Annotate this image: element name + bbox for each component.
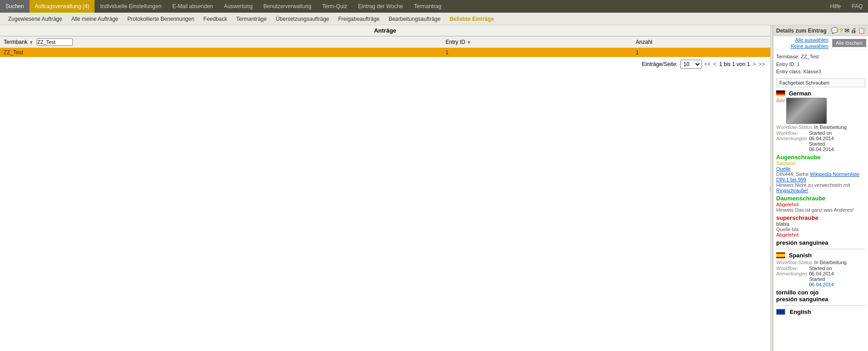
lang-label-english: English bbox=[790, 308, 811, 315]
subnav-beliebte-eintraege[interactable]: Beliebte Einträge bbox=[445, 13, 498, 25]
term-tornillo: tornillo con ojo bbox=[776, 289, 865, 296]
term-presion-spanish: presión sanguinea bbox=[776, 296, 865, 303]
chat-icon[interactable]: 💬 bbox=[831, 27, 838, 34]
subnav-feedback[interactable]: Feedback bbox=[199, 13, 232, 25]
entry-class-info: Entry class: Klasse3 bbox=[776, 68, 865, 76]
term-hinweis-daumenschraube: Hinweis Das ist ganz was Anderes! bbox=[776, 207, 865, 213]
divider-es-en bbox=[776, 305, 865, 306]
pagination-next[interactable]: > bbox=[753, 61, 756, 67]
email-icon[interactable]: ✉ bbox=[844, 27, 849, 34]
subnav-bearbeitungsauftraege[interactable]: Bearbeitungsaufträge bbox=[384, 13, 445, 25]
nav-hilfe[interactable]: Hilfe bbox=[825, 3, 846, 9]
term-din-link: DIN 1 bis 999 bbox=[776, 177, 865, 182]
pagination-prev[interactable]: < bbox=[713, 61, 716, 67]
sort-termbank-icon[interactable]: ▼ bbox=[29, 40, 33, 45]
bild-label: Bild bbox=[776, 98, 784, 103]
screw-image bbox=[786, 98, 827, 124]
nav-benutzerverwaltung[interactable]: Benutzerverwaltung bbox=[258, 0, 317, 13]
term-augenschraube: Augenschraube Satzwort Quelle DIN444, Si… bbox=[776, 154, 865, 193]
cell-termbank: ZZ_Test bbox=[0, 48, 442, 57]
term-quelle-link[interactable]: Quelle bbox=[776, 166, 865, 171]
delete-all-button[interactable]: Alle löschen bbox=[832, 39, 866, 47]
nav-termantrag[interactable]: Termantrag bbox=[408, 0, 447, 13]
din-link[interactable]: DIN 1 bis 999 bbox=[776, 177, 806, 182]
workflow-anmerk-row-es: Workflow-Anmerkungen Started on 06.04.20… bbox=[776, 266, 865, 287]
workflow-status-row-de: Workflow-Status In Bearbeitung bbox=[776, 124, 865, 130]
top-navigation: Suchen Auftragsverwaltung (4) Individuel… bbox=[0, 0, 868, 13]
sort-entryid-icon[interactable]: ▼ bbox=[467, 40, 471, 45]
right-panel-body: Termbase: ZZ_Test Entry ID: 1 Entry clas… bbox=[773, 50, 868, 320]
subnav-uebersetzungsauftraege[interactable]: Übersetzungsaufträge bbox=[271, 13, 334, 25]
col-anzahl-label: Anzahl bbox=[636, 39, 653, 45]
col-entry-id[interactable]: Entry ID ▼ bbox=[442, 37, 632, 48]
pagination-row: Einträge/Seite: 10 25 50 100 << < 1 bis … bbox=[0, 57, 770, 71]
col-termbank-label: Termbank bbox=[4, 39, 28, 45]
wikipedia-link[interactable]: Wikipedia Normenliste bbox=[810, 171, 859, 177]
nav-suchen[interactable]: Suchen bbox=[0, 0, 29, 13]
field-box: Fachgebiet Schrauben bbox=[776, 78, 865, 87]
subnav-zugewiesene-auftraege[interactable]: Zugewiesene Aufträge bbox=[4, 13, 66, 25]
term-ringschraube-link: Ringschraube! bbox=[776, 188, 865, 193]
nav-faq[interactable]: FAQ bbox=[846, 3, 868, 9]
right-panel-header: Details zum Eintrag 💬 ? ✉ 🖨 📋 bbox=[773, 25, 868, 36]
lang-header-spanish: Spanish bbox=[776, 252, 865, 259]
nav-auswertung[interactable]: Auswertung bbox=[218, 0, 258, 13]
ringschraube-link[interactable]: Ringschraube! bbox=[776, 188, 808, 193]
pagination-first[interactable]: << bbox=[704, 61, 711, 67]
table-row[interactable]: ZZ_Test 1 1 bbox=[0, 48, 770, 57]
term-blabla: blabla bbox=[776, 221, 865, 227]
flag-english bbox=[776, 309, 785, 315]
right-panel-icon-group: 💬 ? ✉ 🖨 📋 bbox=[831, 27, 865, 34]
nav-individuelle-einstellungen[interactable]: Individuelle Einstellungen bbox=[95, 0, 166, 13]
term-status-daumenschraube: Abgelehnt bbox=[776, 202, 865, 207]
pagination-last[interactable]: >> bbox=[759, 61, 765, 67]
term-quelle-superschraube: Quelle bla bbox=[776, 227, 865, 232]
col-anzahl: Anzahl bbox=[632, 37, 770, 48]
nav-auftragsverwaltung[interactable]: Auftragsverwaltung (4) bbox=[29, 0, 95, 13]
print-icon[interactable]: 🖨 bbox=[851, 27, 857, 34]
term-name-superschraube: superschraube bbox=[776, 214, 865, 221]
lang-label-spanish: Spanish bbox=[789, 252, 812, 259]
filter-termbank-input[interactable] bbox=[37, 38, 73, 46]
bild-row: Bild bbox=[776, 98, 865, 124]
flag-german bbox=[776, 90, 785, 96]
pagination-label: Einträge/Seite: bbox=[642, 61, 678, 67]
entry-id-info: Entry ID: 1 bbox=[776, 61, 865, 68]
lang-section-english: English bbox=[776, 308, 865, 315]
nav-email-absenden[interactable]: E-Mail absenden bbox=[167, 0, 218, 13]
content-area: Anträge Termbank ▼ Entry ID ▼ Anzahl bbox=[0, 25, 770, 351]
select-none-link[interactable]: Keine auswählen bbox=[791, 43, 829, 49]
divider-de-es bbox=[776, 249, 865, 249]
right-panel-title: Details zum Eintrag bbox=[776, 28, 826, 34]
entry-info: Termbase: ZZ_Test Entry ID: 1 Entry clas… bbox=[776, 53, 865, 76]
nav-term-quiz[interactable]: Term-Quiz bbox=[317, 0, 352, 13]
lang-section-german: German Bild Workflow-Status In Bearbeitu… bbox=[776, 90, 865, 246]
term-name-augenschraube: Augenschraube bbox=[776, 154, 865, 161]
term-daumenschraube: Daumenschraube Abgelehnt Hinweis Das ist… bbox=[776, 195, 865, 213]
help-icon[interactable]: ? bbox=[840, 27, 843, 34]
subnav-protokollierte-benennungen[interactable]: Protokollierte Benennungen bbox=[123, 13, 199, 25]
pagination-range: 1 bis 1 von 1 bbox=[719, 61, 750, 67]
lang-header-english: English bbox=[776, 308, 865, 315]
term-presion-german: presión sanguinea bbox=[776, 239, 865, 246]
cell-anzahl: 1 bbox=[632, 48, 770, 57]
subnav-freigabeauftraege[interactable]: Freigabeaufträge bbox=[334, 13, 384, 25]
subnav-termantraege[interactable]: Termanträge bbox=[232, 13, 271, 25]
term-synonym-augenschraube: Satzwort bbox=[776, 161, 865, 166]
subnav-alle-meine-auftraege[interactable]: Alle meine Aufträge bbox=[66, 13, 123, 25]
flag-spanish bbox=[776, 252, 785, 258]
right-panel: Details zum Eintrag 💬 ? ✉ 🖨 📋 Alle auswä… bbox=[773, 25, 868, 351]
select-all-link[interactable]: Alle auswählen bbox=[795, 37, 829, 43]
col-termbank[interactable]: Termbank ▼ bbox=[0, 37, 442, 48]
nav-eintrag-der-woche[interactable]: Eintrag der Woche bbox=[353, 0, 408, 13]
workflow-status-row-es: Workflow-Status In Bearbeitung bbox=[776, 260, 865, 265]
copy-icon[interactable]: 📋 bbox=[858, 27, 865, 34]
section-heading: Anträge bbox=[0, 25, 770, 36]
termbase-info: Termbase: ZZ_Test bbox=[776, 53, 865, 61]
per-page-select[interactable]: 10 25 50 100 bbox=[680, 60, 702, 69]
term-status-superschraube: Abgelehnt bbox=[776, 232, 865, 237]
term-superschraube: superschraube blabla Quelle bla Abgelehn… bbox=[776, 214, 865, 237]
lang-section-spanish: Spanish Workflow-Status In Bearbeitung W… bbox=[776, 252, 865, 303]
main-table: Termbank ▼ Entry ID ▼ Anzahl ZZ_Test bbox=[0, 36, 770, 57]
lang-header-german: German bbox=[776, 90, 865, 97]
